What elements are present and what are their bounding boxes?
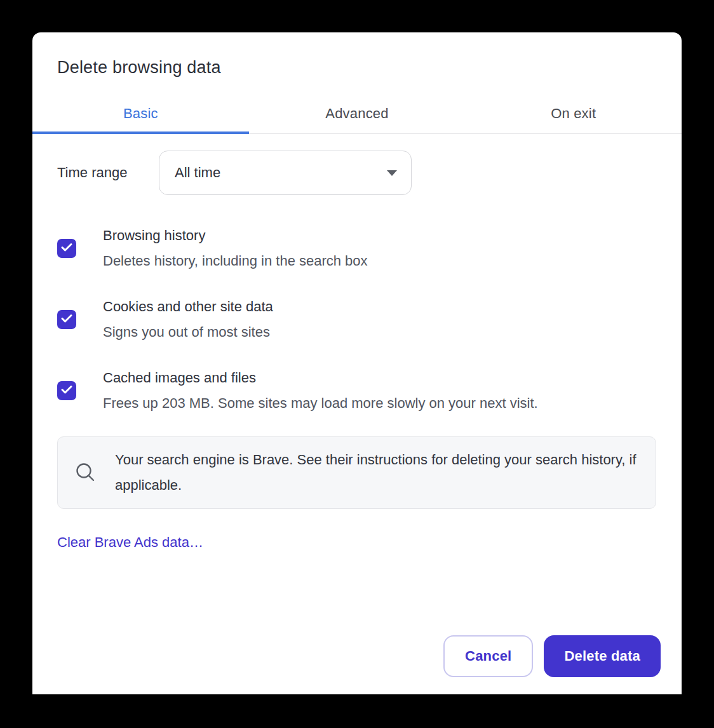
- checkbox-label: Cookies and other site data: [103, 294, 273, 320]
- dialog-button-row: Cancel Delete data: [443, 635, 661, 677]
- checkbox-row-cookies: Cookies and other site data Signs you ou…: [57, 294, 656, 345]
- cached-images-checkbox[interactable]: [57, 381, 76, 400]
- time-range-row: Time range All time: [57, 151, 656, 195]
- checkbox-row-cached-images: Cached images and files Frees up 203 MB.…: [57, 365, 656, 416]
- tab-advanced-label: Advanced: [325, 105, 388, 122]
- browsing-history-checkbox[interactable]: [57, 239, 76, 258]
- search-engine-notice-text: Your search engine is Brave. See their i…: [115, 447, 637, 498]
- checkbox-label: Browsing history: [103, 223, 368, 248]
- tab-on-exit[interactable]: On exit: [465, 93, 682, 133]
- checkmark-icon: [59, 311, 74, 328]
- checkbox-description: Signs you out of most sites: [103, 320, 273, 345]
- delete-data-button[interactable]: Delete data: [544, 635, 661, 677]
- chevron-down-icon: [387, 170, 397, 176]
- tab-basic[interactable]: Basic: [32, 93, 249, 133]
- cookies-checkbox[interactable]: [57, 310, 76, 329]
- dialog-title: Delete browsing data: [57, 57, 656, 78]
- checkmark-icon: [59, 239, 74, 257]
- checkbox-description: Frees up 203 MB. Some sites may load mor…: [103, 391, 538, 416]
- tab-advanced[interactable]: Advanced: [249, 93, 466, 133]
- time-range-label: Time range: [57, 165, 159, 181]
- delete-browsing-data-dialog: Delete browsing data Basic Advanced On e…: [32, 32, 682, 694]
- clear-brave-ads-data-link[interactable]: Clear Brave Ads data…: [57, 534, 203, 551]
- tab-on-exit-label: On exit: [551, 105, 596, 122]
- search-icon: [73, 459, 98, 487]
- checkmark-icon: [59, 382, 74, 400]
- checkbox-row-browsing-history: Browsing history Deletes history, includ…: [57, 223, 656, 274]
- checkbox-label: Cached images and files: [103, 365, 538, 391]
- checkbox-texts: Browsing history Deletes history, includ…: [103, 223, 368, 274]
- tabstrip: Basic Advanced On exit: [32, 93, 682, 134]
- dialog-content: Time range All time Browsing history Del…: [32, 151, 682, 551]
- search-engine-notice: Your search engine is Brave. See their i…: [57, 436, 656, 509]
- time-range-select[interactable]: All time: [159, 151, 412, 195]
- checkbox-description: Deletes history, including in the search…: [103, 248, 368, 274]
- cancel-button[interactable]: Cancel: [443, 635, 533, 677]
- checkbox-texts: Cookies and other site data Signs you ou…: [103, 294, 273, 345]
- checkbox-texts: Cached images and files Frees up 203 MB.…: [103, 365, 538, 416]
- checkbox-list: Browsing history Deletes history, includ…: [57, 223, 656, 416]
- time-range-selected-value: All time: [175, 165, 220, 181]
- tab-basic-label: Basic: [123, 105, 158, 122]
